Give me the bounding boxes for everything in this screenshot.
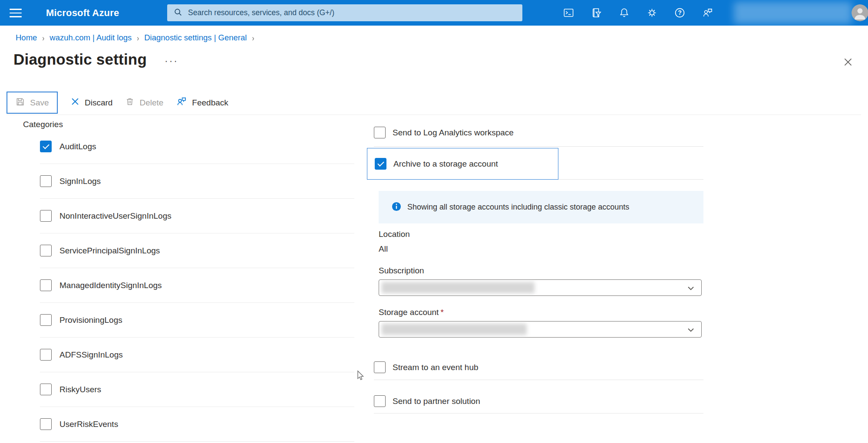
auditlogs-checkbox[interactable] — [40, 141, 52, 152]
category-row-auditlogs: AuditLogs — [40, 129, 354, 164]
userriskevents-checkbox[interactable] — [40, 418, 52, 430]
category-row-noninteractiveusersigninlogs: NonInteractiveUserSignInLogs — [40, 199, 354, 233]
breadcrumb-home[interactable]: Home — [16, 33, 37, 43]
category-row-signinlogs: SignInLogs — [40, 164, 354, 199]
settings-icon[interactable] — [646, 7, 658, 19]
category-row-managedidentitysigninlogs: ManagedIdentitySignInLogs — [40, 268, 354, 303]
category-label: ServicePrincipalSignInLogs — [59, 246, 160, 256]
managedidentitysigninlogs-checkbox[interactable] — [40, 279, 52, 291]
categories-list: AuditLogs SignInLogs NonInteractiveUserS… — [40, 129, 354, 442]
storage-account-dropdown[interactable] — [379, 321, 702, 338]
category-row-serviceprincipalsigninlogs: ServicePrincipalSignInLogs — [40, 233, 354, 268]
save-button[interactable]: Save — [7, 92, 58, 114]
global-search[interactable] — [167, 4, 522, 21]
save-label: Save — [30, 98, 49, 108]
archive-storage-label: Archive to a storage account — [393, 159, 498, 169]
feedback-button[interactable]: Feedback — [176, 96, 228, 109]
event-hub-label: Stream to an event hub — [393, 363, 479, 372]
log-analytics-checkbox[interactable] — [374, 127, 386, 138]
notifications-icon[interactable] — [618, 7, 630, 19]
category-label: ADFSSignInLogs — [59, 350, 123, 360]
storage-account-label: Storage account* — [379, 308, 444, 317]
log-analytics-label: Send to Log Analytics workspace — [393, 128, 514, 138]
event-hub-checkbox[interactable] — [374, 361, 386, 373]
info-banner: Showing all storage accounts including c… — [379, 191, 703, 223]
chevron-down-icon — [686, 325, 696, 337]
breadcrumb-separator-icon: › — [42, 33, 44, 42]
avatar[interactable] — [851, 4, 868, 21]
feedback-icon[interactable] — [702, 7, 713, 19]
location-label: Location — [379, 230, 410, 239]
toolbar-divider — [7, 115, 861, 115]
breadcrumb-diagnostic-settings[interactable]: Diagnostic settings | General — [144, 33, 247, 43]
destination-divider — [558, 179, 703, 180]
category-row-adfssigninlogs: ADFSSignInLogs — [40, 338, 354, 372]
blurred-storage-account-value — [382, 324, 527, 335]
category-row-provisioninglogs: ProvisioningLogs — [40, 303, 354, 338]
breadcrumb-audit-logs[interactable]: wazuh.com | Audit logs — [50, 33, 132, 43]
topbar-icon-group: ? — [563, 0, 713, 26]
noninteractiveusersigninlogs-checkbox[interactable] — [40, 210, 52, 222]
delete-button[interactable]: Delete — [125, 97, 163, 108]
close-icon[interactable] — [842, 56, 855, 69]
category-label: UserRiskEvents — [59, 420, 118, 429]
category-label: ProvisioningLogs — [59, 315, 122, 325]
log-analytics-row: Send to Log Analytics workspace — [374, 127, 514, 138]
brand-title[interactable]: Microsoft Azure — [46, 0, 119, 26]
category-label: SignInLogs — [59, 177, 101, 186]
svg-text:?: ? — [678, 9, 682, 16]
category-row-riskyusers: RiskyUsers — [40, 372, 354, 407]
partner-solution-label: Send to partner solution — [393, 397, 480, 406]
info-icon — [392, 202, 401, 213]
signinlogs-checkbox[interactable] — [40, 175, 52, 187]
category-label: AuditLogs — [59, 142, 96, 151]
category-row-userriskevents: UserRiskEvents — [40, 407, 354, 442]
discard-label: Discard — [85, 98, 112, 108]
required-marker: * — [440, 308, 443, 317]
adfssigninlogs-checkbox[interactable] — [40, 349, 52, 361]
search-input[interactable] — [187, 8, 516, 18]
archive-storage-checkbox[interactable] — [375, 158, 386, 170]
directory-filter-icon[interactable] — [591, 7, 602, 19]
discard-x-icon — [70, 97, 80, 108]
page-title: Diagnostic setting — [13, 51, 147, 68]
hamburger-icon[interactable] — [10, 7, 30, 20]
blurred-subscription-value — [382, 282, 535, 293]
subscription-label: Subscription — [379, 266, 424, 276]
provisioninglogs-checkbox[interactable] — [40, 314, 52, 326]
breadcrumb: Home › wazuh.com | Audit logs › Diagnost… — [16, 33, 254, 43]
event-hub-row: Stream to an event hub — [374, 361, 479, 373]
categories-heading: Categories — [23, 120, 63, 129]
breadcrumb-separator-icon: › — [252, 33, 254, 42]
blurred-account-info — [734, 2, 852, 24]
trash-icon — [125, 97, 135, 108]
destination-divider — [374, 146, 703, 147]
save-icon — [15, 97, 25, 109]
category-label: NonInteractiveUserSignInLogs — [59, 211, 172, 221]
help-icon[interactable]: ? — [674, 7, 686, 19]
category-label: RiskyUsers — [59, 385, 101, 394]
title-overflow-menu[interactable]: ··· — [165, 55, 178, 67]
archive-storage-row: Archive to a storage account — [367, 148, 558, 180]
delete-label: Delete — [139, 98, 163, 108]
destination-divider — [374, 380, 703, 380]
category-label: ManagedIdentitySignInLogs — [59, 281, 162, 290]
search-icon — [173, 7, 183, 19]
info-banner-text: Showing all storage accounts including c… — [407, 203, 629, 212]
breadcrumb-separator-icon: › — [137, 33, 139, 42]
mouse-cursor — [356, 370, 366, 383]
partner-solution-row: Send to partner solution — [374, 395, 480, 407]
destination-divider — [374, 413, 703, 413]
feedback-label: Feedback — [192, 98, 228, 108]
command-bar: Save Discard Delete Feedback — [7, 91, 228, 115]
location-value: All — [379, 244, 388, 254]
azure-top-bar: Microsoft Azure ? — [0, 0, 868, 26]
feedback-person-icon — [176, 96, 187, 109]
subscription-dropdown[interactable] — [379, 279, 702, 296]
partner-solution-checkbox[interactable] — [374, 395, 386, 407]
chevron-down-icon — [686, 283, 696, 295]
cloud-shell-icon[interactable] — [563, 7, 574, 19]
riskyusers-checkbox[interactable] — [40, 384, 52, 395]
discard-button[interactable]: Discard — [70, 97, 112, 108]
serviceprincipalsigninlogs-checkbox[interactable] — [40, 245, 52, 256]
